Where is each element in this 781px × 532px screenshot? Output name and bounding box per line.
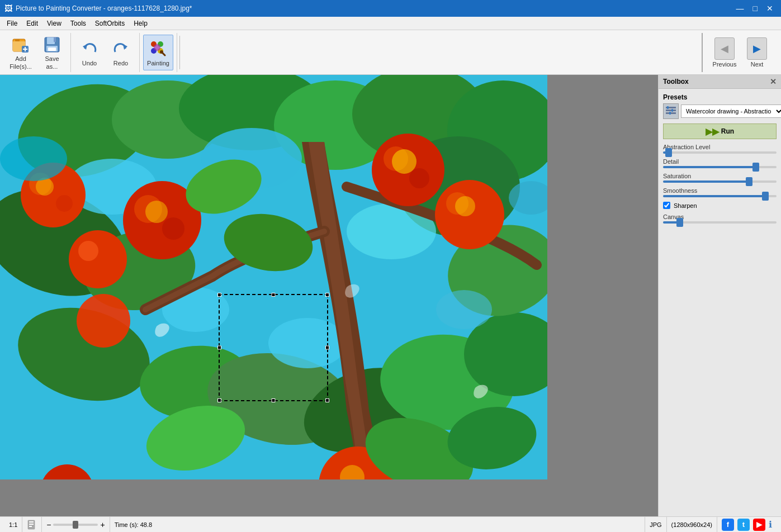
- svg-point-63: [0, 136, 67, 181]
- smoothness-thumb[interactable]: [762, 192, 769, 201]
- run-button[interactable]: ▶▶ Run: [663, 124, 777, 139]
- menu-view[interactable]: View: [42, 18, 66, 28]
- svg-rect-7: [47, 37, 55, 44]
- run-icon: ▶▶: [706, 126, 719, 137]
- sharpen-label: Sharpen: [674, 202, 697, 209]
- sharpen-checkbox[interactable]: [663, 202, 670, 209]
- svg-rect-74: [667, 106, 669, 109]
- presets-label: Presets: [663, 93, 777, 101]
- add-files-button[interactable]: Add File(s)...: [6, 35, 36, 70]
- maximize-button[interactable]: □: [750, 3, 761, 14]
- abstraction-label: Abstraction Level: [663, 144, 777, 150]
- svg-rect-79: [29, 524, 34, 525]
- saturation-slider-track[interactable]: [663, 180, 777, 183]
- page-icon: [27, 520, 37, 530]
- zoom-slider[interactable]: [53, 524, 98, 526]
- save-as-icon: [42, 35, 62, 54]
- presets-section: Presets Watercolor drawing - A: [663, 93, 777, 119]
- twitter-icon[interactable]: t: [737, 519, 750, 531]
- title-bar: 🖼 Picture to Painting Converter - orange…: [0, 0, 781, 17]
- window-title: Picture to Painting Converter - oranges-…: [16, 4, 192, 12]
- menu-softorbits[interactable]: SoftOrbits: [91, 18, 129, 28]
- zoom-plus-icon[interactable]: +: [100, 520, 105, 529]
- canvas-section: Canvas: [663, 213, 777, 224]
- menu-edit[interactable]: Edit: [22, 18, 42, 28]
- svg-point-44: [56, 195, 73, 212]
- title-bar-title-area: 🖼 Picture to Painting Converter - orange…: [4, 4, 192, 13]
- toolbar: Add File(s)... Save as...: [0, 30, 781, 75]
- svg-rect-8: [54, 37, 56, 42]
- menu-file[interactable]: File: [2, 18, 22, 28]
- add-files-label: Add: [15, 55, 26, 62]
- smoothness-slider-track[interactable]: [663, 195, 777, 197]
- redo-icon: [111, 39, 131, 59]
- toolbar-nav: ◀ Previous ▶ Next: [702, 33, 779, 72]
- svg-marker-11: [83, 44, 87, 50]
- previous-arrow: ◀: [714, 37, 735, 60]
- detail-slider-track[interactable]: [663, 166, 777, 168]
- canvas-thumb[interactable]: [676, 218, 683, 227]
- toolbar-file-group: Add File(s)... Save as...: [2, 33, 71, 72]
- painting-image: [0, 75, 547, 479]
- status-bar: 1:1 − + Time (s): 48.8 JPG (1280x960x24)…: [0, 516, 781, 532]
- svg-point-64: [436, 290, 492, 329]
- presets-icon: [663, 103, 679, 119]
- previous-button[interactable]: ◀ Previous: [709, 35, 740, 70]
- run-label: Run: [721, 127, 734, 135]
- zoom-control: − +: [46, 520, 105, 529]
- minimize-button[interactable]: —: [733, 3, 747, 14]
- menu-help[interactable]: Help: [129, 18, 152, 28]
- next-button[interactable]: ▶ Next: [742, 35, 772, 70]
- svg-point-59: [392, 149, 416, 174]
- saturation-fill: [663, 180, 749, 183]
- svg-point-48: [69, 230, 127, 288]
- undo-icon: [79, 39, 100, 59]
- svg-point-17: [154, 44, 160, 51]
- saturation-section: Saturation: [663, 173, 777, 183]
- toolbox-title: Toolbox: [663, 78, 689, 86]
- abstraction-slider-track[interactable]: [663, 151, 777, 154]
- info-icon[interactable]: ℹ: [769, 519, 772, 530]
- youtube-icon[interactable]: ▶: [753, 519, 765, 531]
- svg-point-47: [162, 217, 184, 240]
- saturation-thumb[interactable]: [746, 177, 752, 186]
- detail-thumb[interactable]: [752, 163, 759, 172]
- save-as-label: Save: [45, 55, 59, 62]
- dimensions-section: (1280x960x24): [667, 517, 717, 532]
- canvas-area[interactable]: [0, 75, 658, 516]
- zoom-thumb[interactable]: [73, 521, 78, 529]
- redo-label: Redo: [113, 60, 128, 66]
- smoothness-section: Smoothness: [663, 187, 777, 197]
- main-content: Toolbox ✕ Presets: [0, 75, 781, 516]
- svg-rect-75: [671, 109, 673, 112]
- toolbox-close-button[interactable]: ✕: [770, 77, 777, 86]
- svg-rect-80: [29, 526, 32, 527]
- painting-canvas: [0, 75, 547, 479]
- page-indicator-section: [22, 517, 42, 532]
- painting-button[interactable]: Painting: [143, 35, 173, 70]
- svg-rect-78: [29, 521, 34, 522]
- detail-label: Detail: [663, 158, 777, 165]
- presets-dropdown[interactable]: Watercolor drawing - Abstractio Oil pain…: [681, 104, 781, 118]
- svg-marker-12: [123, 44, 127, 50]
- save-as-button[interactable]: Save as...: [37, 35, 67, 70]
- zoom-label: 1:1: [9, 521, 17, 528]
- add-files-label2: File(s)...: [10, 63, 32, 70]
- zoom-slider-section[interactable]: − +: [42, 517, 110, 532]
- menu-tools[interactable]: Tools: [66, 18, 91, 28]
- svg-point-58: [145, 201, 168, 223]
- redo-button[interactable]: Redo: [106, 35, 136, 70]
- previous-label: Previous: [713, 61, 737, 68]
- toolbox-panel: Toolbox ✕ Presets: [658, 75, 781, 516]
- canvas-slider-track[interactable]: [663, 221, 777, 224]
- zoom-minus-icon[interactable]: −: [46, 520, 51, 529]
- undo-button[interactable]: Undo: [74, 35, 105, 70]
- facebook-icon[interactable]: f: [722, 519, 734, 531]
- dimensions-label: (1280x960x24): [671, 521, 712, 528]
- close-button[interactable]: ✕: [763, 3, 777, 14]
- format-section: JPG: [645, 517, 666, 532]
- svg-rect-76: [669, 112, 671, 115]
- format-label: JPG: [650, 521, 661, 528]
- title-bar-controls: — □ ✕: [733, 3, 777, 14]
- abstraction-thumb[interactable]: [665, 148, 672, 157]
